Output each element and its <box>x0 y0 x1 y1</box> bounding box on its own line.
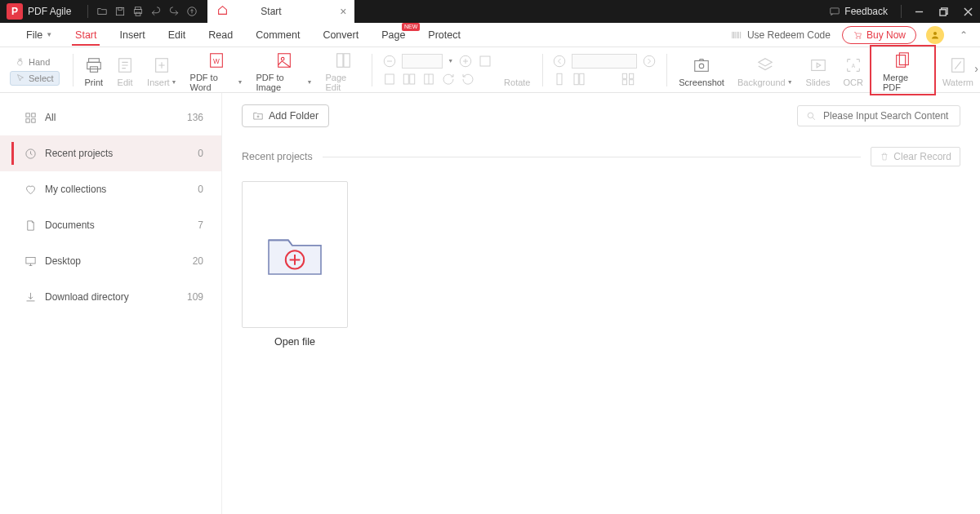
close-window-button[interactable] <box>956 0 980 23</box>
ocr-button[interactable]: AOCR <box>837 53 870 87</box>
hand-tool[interactable]: Hand <box>10 55 60 69</box>
print-button[interactable]: Print <box>78 53 109 87</box>
collapse-ribbon-button[interactable]: ⌃ <box>956 29 972 41</box>
open-file-icon[interactable] <box>93 2 111 20</box>
body: All 136 Recent projects 0 My collections… <box>0 93 980 514</box>
menu-edit[interactable]: Edit <box>157 23 198 47</box>
fit-page-icon[interactable] <box>478 54 492 69</box>
svg-rect-43 <box>900 52 909 64</box>
menu-protect[interactable]: Protect <box>416 23 472 47</box>
add-folder-button[interactable]: Add Folder <box>242 104 329 127</box>
svg-text:A: A <box>852 62 856 68</box>
open-file-label: Open file <box>242 336 348 348</box>
zoom-in-icon[interactable] <box>458 54 473 69</box>
svg-rect-36 <box>623 79 627 84</box>
svg-point-10 <box>933 32 937 35</box>
section-header: Recent projects Clear Record <box>242 147 960 166</box>
upload-icon[interactable] <box>183 2 201 20</box>
menu-convert[interactable]: Convert <box>311 23 370 47</box>
svg-rect-18 <box>278 53 291 67</box>
svg-point-19 <box>281 57 284 60</box>
edit-button[interactable]: Edit <box>109 53 140 87</box>
menu-read[interactable]: Read <box>197 23 244 47</box>
feedback-button[interactable]: Feedback <box>829 6 888 17</box>
redo-icon[interactable] <box>165 2 183 20</box>
zoom-input[interactable] <box>402 54 443 69</box>
redeem-code-button[interactable]: Use Redeem Code <box>731 29 831 41</box>
svg-rect-7 <box>939 9 945 15</box>
search-box[interactable] <box>797 105 960 126</box>
svg-rect-20 <box>336 53 342 67</box>
svg-rect-47 <box>26 118 29 122</box>
rotate-button[interactable]: Rotate <box>497 53 537 87</box>
buy-now-button[interactable]: Buy Now <box>842 26 916 44</box>
chevron-down-icon[interactable]: ▼ <box>448 58 453 64</box>
select-tool[interactable]: Select <box>10 71 60 86</box>
search-input[interactable] <box>823 110 951 122</box>
svg-rect-33 <box>580 73 584 85</box>
svg-point-29 <box>555 55 566 67</box>
slides-button[interactable]: Slides <box>800 53 837 87</box>
grid-view-icon[interactable] <box>621 72 635 86</box>
single-col-icon[interactable] <box>552 72 567 86</box>
background-button[interactable]: Background ▼ <box>731 53 800 87</box>
sidebar-item-count: 0 <box>198 148 203 159</box>
pdf-to-image-button[interactable]: PDF to Image ▼ <box>249 48 318 92</box>
svg-point-51 <box>808 113 813 118</box>
close-tab-icon[interactable]: × <box>340 5 346 18</box>
rotate-ccw-icon[interactable] <box>461 72 475 86</box>
two-col-icon[interactable] <box>572 72 586 86</box>
merge-pdf-highlight: Merge PDF <box>870 45 936 95</box>
menu-file[interactable]: File▼ <box>15 23 64 47</box>
menu-comment[interactable]: Comment <box>244 23 311 47</box>
screenshot-button[interactable]: Screenshot <box>672 53 731 87</box>
zoom-out-icon[interactable] <box>382 54 397 69</box>
insert-button[interactable]: Insert ▼ <box>140 53 183 87</box>
tab-start[interactable]: Start × <box>207 0 354 23</box>
rotate-cw-icon[interactable] <box>441 72 456 86</box>
svg-rect-45 <box>26 113 29 116</box>
page-edit-button[interactable]: Page Edit <box>318 48 367 92</box>
print-icon[interactable] <box>129 2 147 20</box>
pdf-to-word-button[interactable]: WPDF to Word ▼ <box>184 48 250 92</box>
app-logo: P <box>7 3 23 20</box>
ribbon-scroll-right[interactable]: › <box>974 62 978 75</box>
save-icon[interactable] <box>111 2 129 20</box>
sidebar-item-count: 0 <box>198 184 203 195</box>
watermark-button[interactable]: Waterm <box>936 53 980 87</box>
view1-icon[interactable] <box>382 72 397 86</box>
undo-icon[interactable] <box>147 2 165 20</box>
svg-rect-32 <box>574 73 578 85</box>
menu-start[interactable]: Start <box>64 23 108 47</box>
sidebar-item-label: Desktop <box>45 255 81 267</box>
svg-rect-37 <box>630 79 634 84</box>
sidebar-item-documents[interactable]: Documents 7 <box>0 207 221 243</box>
page-input[interactable] <box>572 54 637 69</box>
section-title: Recent projects <box>242 151 313 162</box>
next-page-icon[interactable] <box>642 54 657 69</box>
sidebar-item-label: All <box>45 112 56 123</box>
sidebar-item-count: 20 <box>193 255 203 267</box>
maximize-button[interactable] <box>931 0 956 23</box>
sidebar-item-collections[interactable]: My collections 0 <box>0 171 221 207</box>
merge-pdf-button[interactable]: Merge PDF <box>876 48 929 92</box>
svg-text:W: W <box>213 57 220 64</box>
user-avatar[interactable] <box>926 26 944 44</box>
view2-icon[interactable] <box>402 72 416 86</box>
sidebar-item-download[interactable]: Download directory 109 <box>0 279 221 315</box>
sidebar-item-recent[interactable]: Recent projects 0 <box>0 135 221 171</box>
menu-page[interactable]: PageNEW <box>370 23 416 47</box>
svg-rect-1 <box>118 7 122 10</box>
desktop-icon <box>24 255 37 268</box>
open-file-card[interactable]: Open file <box>242 181 348 348</box>
view3-icon[interactable] <box>421 72 436 86</box>
app-name: PDF Agile <box>28 6 71 17</box>
svg-rect-38 <box>695 60 709 71</box>
prev-page-icon[interactable] <box>552 54 567 69</box>
sidebar-item-all[interactable]: All 136 <box>0 100 221 135</box>
sidebar-item-desktop[interactable]: Desktop 20 <box>0 243 221 279</box>
menu-insert[interactable]: Insert <box>108 23 156 47</box>
minimize-button[interactable] <box>906 0 931 23</box>
svg-rect-21 <box>344 53 350 67</box>
clear-record-button[interactable]: Clear Record <box>871 147 960 166</box>
